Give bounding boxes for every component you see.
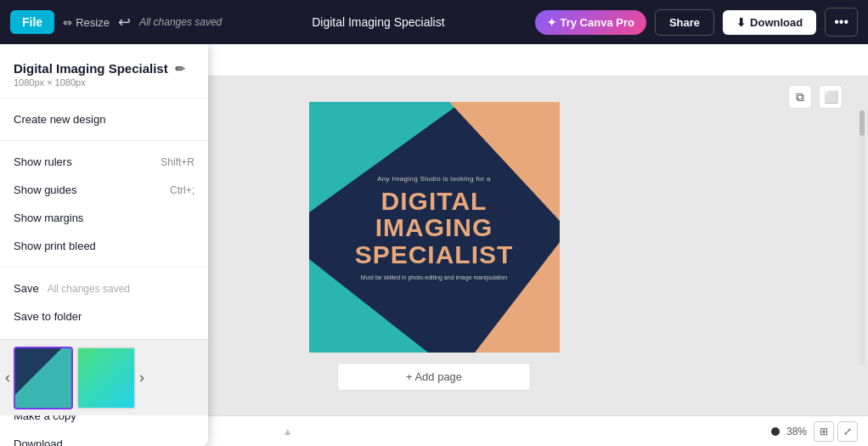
menu-title: Digital Imaging Specialist ✏ — [14, 61, 194, 76]
main-layout: Digital Imaging Specialist ✏ 1080px × 10… — [0, 44, 868, 446]
expand-handle[interactable]: ▲ — [283, 426, 293, 438]
vertical-scrollbar[interactable] — [860, 110, 865, 365]
changes-saved-label: All changes saved — [139, 16, 222, 28]
menu-item-save-to-folder[interactable]: Save to folder — [0, 302, 208, 330]
menu-item-show-margins[interactable]: Show margins — [0, 204, 208, 232]
expand-canvas-icon[interactable]: ⬜ — [819, 85, 843, 109]
thumb-item-2[interactable] — [76, 347, 136, 409]
canva-star-icon: ✦ — [547, 16, 556, 29]
fullscreen-button[interactable]: ⤢ — [837, 421, 858, 442]
copy-canvas-icon[interactable]: ⧉ — [788, 85, 812, 109]
design-background: Any Imaging Studio is looking for a DIGI… — [309, 102, 560, 353]
try-canva-pro-button[interactable]: ✦ Try Canva Pro — [535, 10, 646, 35]
download-button[interactable]: ⬇ Download — [723, 10, 816, 35]
menu-item-save[interactable]: Save All changes saved — [0, 274, 208, 302]
view-buttons: ⊞ ⤢ — [814, 421, 858, 442]
scrollbar-thumb[interactable] — [860, 110, 865, 136]
zoom-slider-handle[interactable] — [771, 427, 780, 436]
thumb-nav-prev[interactable]: ‹ — [5, 369, 10, 387]
grid-view-button[interactable]: ⊞ — [814, 421, 834, 442]
edit-title-icon[interactable]: ✏ — [175, 62, 185, 76]
document-title: Digital Imaging Specialist — [230, 15, 526, 29]
menu-item-create-new[interactable]: Create new design — [0, 105, 208, 133]
design-main-title: DIGITAL IMAGING SPECIALIST — [328, 187, 541, 268]
menu-item-show-rulers[interactable]: Show rulers Shift+R — [0, 148, 208, 176]
design-text-area: Any Imaging Studio is looking for a DIGI… — [328, 174, 541, 280]
menu-item-show-guides[interactable]: Show guides Ctrl+; — [0, 176, 208, 204]
menu-item-show-print-bleed[interactable]: Show print bleed — [0, 232, 208, 260]
add-page-button[interactable]: + Add page — [337, 363, 531, 391]
design-description: Must be skilled in photo-editing and ima… — [328, 274, 541, 280]
menu-divider-3 — [0, 267, 208, 268]
resize-button[interactable]: ⇔ Resize — [63, 16, 110, 29]
zoom-percentage: 38% — [786, 426, 807, 438]
share-button[interactable]: Share — [655, 9, 714, 36]
download-arrow-icon: ⬇ — [736, 16, 746, 29]
design-subtitle: Any Imaging Studio is looking for a — [328, 174, 541, 182]
undo-button[interactable]: ↩ — [118, 13, 131, 31]
menu-divider-2 — [0, 140, 208, 141]
menu-item-download[interactable]: Download — [0, 430, 208, 446]
more-options-button[interactable]: ••• — [825, 8, 858, 37]
canvas-top-icons: ⧉ ⬜ — [788, 85, 843, 109]
resize-icon: ⇔ — [63, 16, 72, 29]
topbar: File ⇔ Resize ↩ All changes saved Digita… — [0, 0, 868, 44]
thumbnail-strip: ‹ › — [0, 339, 208, 415]
thumb-item-1[interactable] — [14, 347, 73, 409]
bottom-right-controls: 38% ⊞ ⤢ — [771, 421, 858, 442]
file-button[interactable]: File — [10, 10, 54, 34]
design-card[interactable]: Any Imaging Studio is looking for a DIGI… — [309, 102, 560, 353]
thumb-nav-next[interactable]: › — [139, 369, 144, 387]
menu-subtitle: 1080px × 1080px — [14, 77, 194, 88]
menu-divider-1 — [0, 98, 208, 99]
menu-header: Digital Imaging Specialist ✏ 1080px × 10… — [0, 53, 208, 91]
file-dropdown-menu: Digital Imaging Specialist ✏ 1080px × 10… — [0, 44, 208, 446]
